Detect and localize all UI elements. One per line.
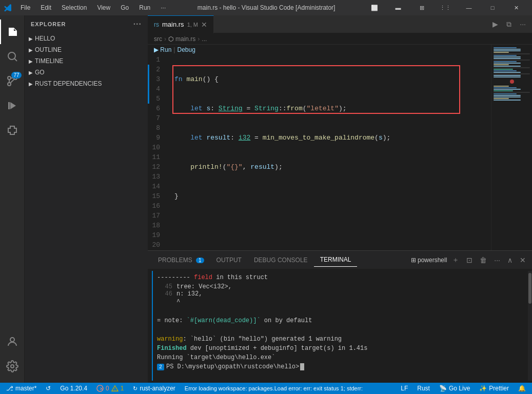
menu-selection[interactable]: Selection — [57, 3, 91, 12]
term-line-46: 46 n: i32, — [157, 290, 524, 298]
sidebar-item-go[interactable]: ▶ GO — [25, 67, 148, 78]
error-msg-text: Error loading workspace: packages.Load e… — [185, 385, 362, 391]
lang-label: Rust — [417, 385, 430, 392]
customize-layout-btn[interactable]: ⋮⋮ — [434, 0, 457, 15]
mm-l14 — [494, 67, 530, 68]
menu-edit[interactable]: Edit — [36, 3, 55, 12]
status-prettier[interactable]: ✨ Prettier — [477, 385, 511, 392]
breadcrumb-more[interactable]: ... — [202, 35, 207, 43]
terminal-scroll[interactable]: --------- field in this struct 45 tree: … — [153, 271, 528, 381]
terminal-content[interactable]: --------- field in this struct 45 tree: … — [148, 269, 532, 383]
term-cursor — [300, 363, 304, 370]
menu-run[interactable]: Run — [135, 3, 154, 12]
toggle-panel-btn[interactable]: ⬜ — [363, 0, 386, 15]
rust-file-icon: rs — [154, 21, 159, 28]
menu-go[interactable]: Go — [116, 3, 133, 12]
status-error-msg[interactable]: Error loading workspace: packages.Load e… — [183, 385, 362, 391]
code-text-area[interactable]: fn main() { let s: String = String::from… — [172, 55, 491, 250]
activity-extensions[interactable] — [0, 118, 25, 143]
svg-text:✕: ✕ — [100, 386, 104, 391]
tab-close-btn[interactable]: ✕ — [201, 21, 207, 29]
gutter-15: 15 — [148, 191, 166, 201]
maximize-panel-btn[interactable]: ∧ — [505, 255, 515, 265]
editor-area: rs main.rs 1, M ✕ ▶ ⧉ ··· src › ⬡ main.r… — [148, 15, 532, 383]
breadcrumb-file[interactable]: main.rs — [175, 35, 195, 43]
close-btn[interactable]: ✕ — [504, 0, 528, 15]
status-notifications[interactable]: 🔔 — [516, 385, 528, 392]
menu-file[interactable]: File — [16, 3, 34, 12]
add-terminal-btn[interactable]: ＋ — [450, 254, 461, 266]
term-line-running: Running `target\debug\hello.exe` — [157, 353, 524, 362]
more-actions-btn[interactable]: ··· — [518, 19, 528, 29]
run-btn[interactable]: ▶ — [490, 19, 500, 29]
arrow-icon-timeline: ▶ — [29, 58, 33, 64]
sidebar-label-outline: OUTLINE — [35, 46, 62, 53]
panel: PROBLEMS 1 OUTPUT DEBUG CONSOLE TERMINAL… — [148, 250, 532, 383]
toggle-sidebar-btn[interactable]: ▬ — [386, 0, 410, 15]
split-editor-btn[interactable]: ⧉ — [504, 19, 514, 30]
term-prompt: PS D:\mysetup\gopath\rustcode\hello> — [166, 363, 299, 370]
tab-bar-actions: ▶ ⧉ ··· — [490, 19, 532, 30]
breadcrumb: src › ⬡ main.rs › ... — [148, 33, 532, 45]
activity-explorer[interactable] — [0, 19, 25, 44]
mm-red-dot — [510, 80, 514, 84]
minimap[interactable] — [491, 45, 532, 250]
sidebar-item-outline[interactable]: ▶ OUTLINE — [25, 44, 148, 55]
terminal-shell-selector[interactable]: ⊞ powershell — [411, 257, 447, 264]
mm-l23 — [494, 89, 521, 90]
activity-search[interactable] — [0, 44, 25, 69]
status-branch[interactable]: ⎇ master* — [4, 385, 38, 392]
status-analyzer[interactable]: ↻ rust-analyzer — [131, 385, 177, 392]
sidebar-item-hello[interactable]: ▶ HELLO — [25, 33, 148, 44]
terminal-scrollbar[interactable] — [528, 271, 532, 381]
status-go[interactable]: Go 1.20.4 — [58, 385, 89, 392]
editor-pane: ▶ Run | Debug 1 2 3 4 5 6 — [148, 45, 532, 383]
title-bar: File Edit Selection View Go Run ··· main… — [0, 0, 532, 15]
breadcrumb-src[interactable]: src — [154, 35, 162, 43]
panel-actions: ⊞ powershell ＋ ⊡ 🗑 ··· ∧ ✕ — [411, 254, 528, 266]
mm-l5 — [494, 53, 530, 54]
sidebar-label-go: GO — [35, 69, 45, 76]
run-link[interactable]: ▶ Run — [154, 46, 171, 53]
mm-l3 — [494, 50, 521, 51]
code-scroll[interactable]: ▶ Run | Debug 1 2 3 4 5 6 — [148, 45, 491, 250]
status-golive[interactable]: 📡 Go Live — [437, 385, 472, 392]
maximize-btn[interactable]: □ — [481, 0, 504, 15]
menu-view[interactable]: View — [93, 3, 114, 12]
tab-main-rs[interactable]: rs main.rs 1, M ✕ — [148, 15, 214, 33]
main-area: 77 EXPLORER ··· ▶ HELLO — [0, 15, 532, 383]
tab-problems[interactable]: PROBLEMS 1 — [152, 253, 210, 267]
sidebar-item-timeline[interactable]: ▶ TIMELINE — [25, 55, 148, 67]
gutter-7: 7 — [148, 113, 166, 123]
status-encoding[interactable]: LF — [399, 385, 410, 392]
run-debug-bar: ▶ Run | Debug — [148, 45, 491, 55]
trash-btn[interactable]: 🗑 — [478, 255, 489, 265]
debug-link[interactable]: Debug — [177, 46, 195, 53]
minimize-btn[interactable]: — — [457, 0, 481, 15]
tab-output[interactable]: OUTPUT — [210, 253, 248, 267]
status-left: ⎇ master* ↺ Go 1.20.4 ✕ 0 ! 1 ↻ rust-ana… — [4, 385, 362, 392]
activity-source-control[interactable]: 77 — [0, 69, 25, 93]
prettier-label: Prettier — [489, 385, 509, 392]
activity-accounts[interactable] — [0, 329, 25, 354]
toggle-layout-btn[interactable]: ⊞ — [410, 0, 434, 15]
analyzer-name: rust-analyzer — [140, 385, 175, 392]
svg-point-7 — [10, 338, 14, 342]
tab-terminal[interactable]: TERMINAL — [314, 253, 358, 267]
mm-l16 — [494, 70, 517, 71]
arrow-icon-go: ▶ — [29, 70, 33, 75]
tab-debug-console[interactable]: DEBUG CONSOLE — [248, 253, 314, 267]
status-lang[interactable]: Rust — [415, 385, 432, 392]
mm-l4 — [494, 52, 509, 53]
gutter-18: 18 — [148, 221, 166, 230]
split-terminal-btn[interactable]: ⊡ — [464, 255, 475, 265]
new-file-icon[interactable]: ··· — [133, 19, 142, 29]
menu-more[interactable]: ··· — [156, 3, 170, 12]
activity-run[interactable] — [0, 93, 25, 118]
activity-settings[interactable] — [0, 354, 25, 379]
sidebar-item-rust-deps[interactable]: ▶ RUST DEPENDENCIES — [25, 78, 148, 89]
status-warnings[interactable]: ✕ 0 ! 1 — [94, 385, 126, 392]
close-panel-btn[interactable]: ✕ — [518, 255, 528, 265]
more-panel-btn[interactable]: ··· — [492, 255, 502, 265]
status-sync[interactable]: ↺ — [44, 385, 53, 392]
